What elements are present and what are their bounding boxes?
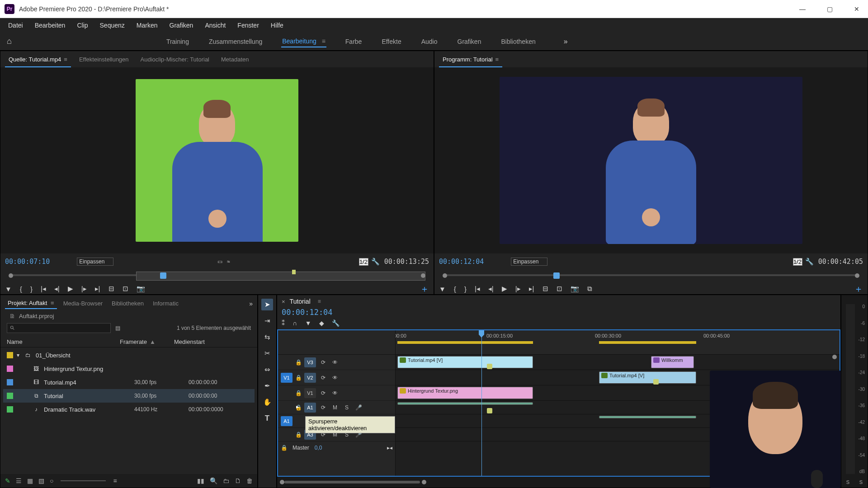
play-icon[interactable]: ▶ <box>68 285 73 293</box>
new-item-icon[interactable]: 🗋 <box>235 477 241 484</box>
track-header-master[interactable]: 🔒 Master 0,0 ▸◂ <box>278 441 395 454</box>
timeline-track-v3[interactable]: Tutorial.mp4 [V] Willkomm <box>396 355 840 370</box>
menu-grafiken[interactable]: Grafiken <box>165 20 198 31</box>
selection-tool-icon[interactable]: ➤ <box>261 299 273 310</box>
clip-tutorial-v3[interactable]: Tutorial.mp4 [V] <box>397 356 533 368</box>
settings-wrench-icon[interactable]: 🔧 <box>805 258 814 266</box>
workspace-effekte[interactable]: Effekte <box>381 36 402 47</box>
program-current-timecode[interactable]: 00:00:12:04 <box>439 258 484 266</box>
master-value[interactable]: 0,0 <box>315 445 322 451</box>
mark-in-icon[interactable]: { <box>20 285 22 293</box>
master-output-icon[interactable]: ▸◂ <box>387 445 392 451</box>
sync-lock-icon[interactable]: ⟳ <box>319 375 328 381</box>
linked-selection-icon[interactable]: ∩ <box>292 319 297 327</box>
track-source-patch[interactable] <box>281 388 292 398</box>
sync-lock-icon[interactable]: ⟳ <box>319 390 328 396</box>
pen-tool-icon[interactable]: ✒ <box>261 380 273 392</box>
project-tab-media-browser[interactable]: Media-Browser <box>61 298 105 309</box>
track-output-icon[interactable]: 👁 <box>330 390 340 396</box>
clip-audio-a2[interactable] <box>599 416 696 418</box>
icon-view-icon[interactable]: ▦ <box>27 477 33 484</box>
go-to-in-icon[interactable]: |◂ <box>475 285 480 293</box>
timeline-settings-icon[interactable]: 🔧 <box>332 319 340 327</box>
clip-marker[interactable] <box>653 379 659 385</box>
step-back-icon[interactable]: ◂| <box>54 285 60 293</box>
drag-audio-icon[interactable]: ≈ <box>227 258 230 265</box>
sync-lock-icon[interactable]: ⟳ <box>319 404 328 411</box>
label-color-chip[interactable] <box>7 393 13 399</box>
export-frame-icon[interactable]: 📷 <box>571 285 579 293</box>
sync-lock-icon[interactable]: ⟳ <box>319 359 328 366</box>
add-transport-button-icon[interactable]: ＋ <box>854 283 863 295</box>
go-to-out-icon[interactable]: ▸| <box>529 285 534 293</box>
source-fit-select[interactable]: Einpassen <box>77 258 113 266</box>
project-writable-icon[interactable]: ✎ <box>5 477 10 484</box>
track-header-v3[interactable]: 🔒 V3 ⟳ 👁 <box>278 355 395 370</box>
zoom-slider[interactable] <box>61 480 106 481</box>
track-output-icon[interactable]: 👁 <box>330 375 340 381</box>
freeform-view-icon[interactable]: ▧ <box>38 477 44 484</box>
track-lock-icon[interactable]: 🔒 <box>295 359 302 366</box>
project-item[interactable]: ⧉Tutorial30,00 fps00:00:00:00 <box>3 389 255 403</box>
play-icon[interactable]: ▶ <box>502 285 507 293</box>
workspace-zusammenstellung[interactable]: Zusammenstellung <box>208 36 263 47</box>
menu-marken[interactable]: Marken <box>132 20 162 31</box>
clip-hintergrund[interactable]: Hintergrund Textur.png <box>397 387 533 399</box>
clip-tutorial-v2[interactable]: Tutorial.mp4 [V] <box>599 371 696 384</box>
audio-meter-solo-right[interactable]: S <box>859 479 863 485</box>
delete-icon[interactable]: 🗑 <box>246 477 253 484</box>
source-tab-effekteinstellungen[interactable]: Effekteinstellungen <box>75 54 132 65</box>
workspace-farbe[interactable]: Farbe <box>344 36 363 47</box>
track-header-v2[interactable]: V1 🔒 V2 ⟳ 👁 <box>278 370 395 385</box>
snap-icon[interactable]: ⁑ <box>282 319 285 327</box>
timeline-current-timecode[interactable]: 00:00:12:04 <box>282 308 333 317</box>
source-tab-quelle[interactable]: Quelle: Tutorial.mp4≡ <box>5 54 71 65</box>
track-header-a1[interactable]: ▸🔒 A1 ⟳ M S 🎤 <box>278 401 395 414</box>
menu-datei[interactable]: Datei <box>4 20 28 31</box>
track-source-patch[interactable]: V1 <box>281 373 292 383</box>
track-name-v3[interactable]: V3 <box>304 357 316 367</box>
mark-in-icon[interactable]: { <box>454 285 456 293</box>
project-tab-bibliotheken[interactable]: Bibliotheken <box>109 298 146 309</box>
menu-sequenz[interactable]: Sequenz <box>95 20 129 31</box>
add-marker-icon[interactable]: ▼ <box>305 319 311 327</box>
project-filter-icon[interactable]: ▤ <box>115 325 120 331</box>
project-item[interactable]: ▾🗀01_Übersicht <box>3 348 255 362</box>
menu-hilfe[interactable]: Hilfe <box>266 20 288 31</box>
extract-icon[interactable]: ⊡ <box>557 285 562 293</box>
razor-tool-icon[interactable]: ✂ <box>261 347 273 359</box>
track-lock-icon[interactable]: ▸🔒 <box>295 404 302 411</box>
timeline-ruler[interactable]: 00:00 00:00:15:00 00:00:30:00 00:00:45:0… <box>396 330 840 355</box>
timeline-sequence-name[interactable]: Tutorial <box>290 298 311 305</box>
track-select-tool-icon[interactable]: ⇥ <box>261 315 273 327</box>
project-tab-overflow-icon[interactable]: » <box>249 300 253 307</box>
source-scrubber[interactable] <box>5 270 429 281</box>
find-icon[interactable]: 🔍 <box>210 477 217 484</box>
col-framerate[interactable]: Framerate▲ <box>120 338 174 345</box>
label-color-chip[interactable] <box>7 352 13 358</box>
menu-ansicht[interactable]: Ansicht <box>200 20 230 31</box>
project-item[interactable]: 🎞Tutorial.mp430,00 fps00:00:00:00 <box>3 375 255 389</box>
project-item[interactable]: 🖼Hintergrund Textur.png <box>3 362 255 375</box>
mark-out-icon[interactable]: } <box>464 285 467 293</box>
workspace-bearbeitung[interactable]: Bearbeitung ≡ <box>281 36 326 47</box>
track-name-a1[interactable]: A1 <box>304 403 316 413</box>
drag-video-icon[interactable]: ▭ <box>217 258 222 265</box>
track-output-icon[interactable]: 👁 <box>330 359 340 366</box>
panel-menu-icon[interactable]: ≡ <box>51 300 54 306</box>
minimize-button[interactable]: — <box>796 0 809 18</box>
list-view-icon[interactable]: ☰ <box>16 477 22 484</box>
slip-tool-icon[interactable]: ⇔ <box>261 364 273 375</box>
track-name-v1[interactable]: V1 <box>304 388 316 398</box>
project-item[interactable]: ♪Dramatic Track.wav44100 Hz00:00:00:0000 <box>3 403 255 416</box>
project-column-headers[interactable]: Name Framerate▲ Medienstart <box>0 337 257 347</box>
clip-marker[interactable] <box>487 364 492 369</box>
audio-meter-solo-left[interactable]: S <box>846 479 849 485</box>
track-source-patch[interactable] <box>281 357 292 367</box>
source-zoom-select[interactable]: 1/2 <box>359 258 368 266</box>
export-frame-icon[interactable]: 📷 <box>137 285 145 293</box>
audio-meter-bars[interactable] <box>846 304 855 474</box>
comparison-view-icon[interactable]: ⧉ <box>587 285 592 293</box>
add-marker-icon[interactable]: ▼ <box>439 285 446 293</box>
track-lock-icon[interactable]: 🔒 <box>295 375 302 381</box>
